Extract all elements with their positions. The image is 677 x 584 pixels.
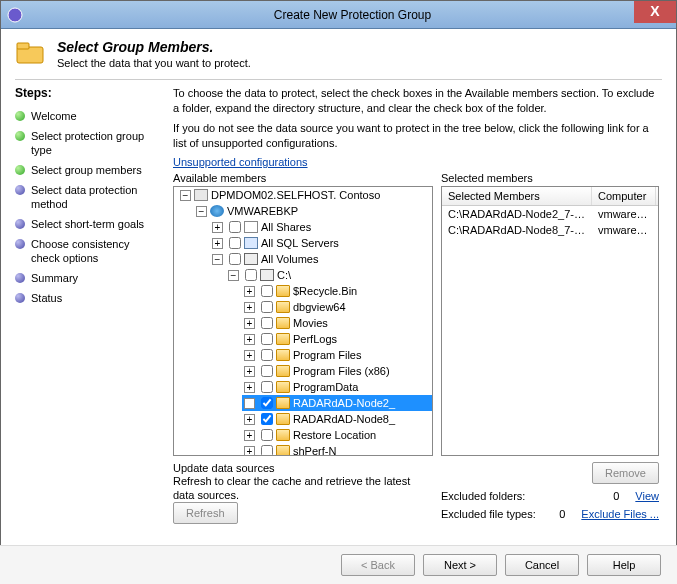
back-button[interactable]: < Back xyxy=(341,554,415,576)
tree-group[interactable]: −All Volumes xyxy=(210,251,432,267)
folder-checkbox[interactable] xyxy=(261,285,273,297)
tree-folder[interactable]: +RADARdAD-Node8_ xyxy=(242,411,432,427)
view-link[interactable]: View xyxy=(635,490,659,502)
folder-checkbox[interactable] xyxy=(261,397,273,409)
expander-icon[interactable]: + xyxy=(244,334,255,345)
unsupported-link[interactable]: Unsupported configurations xyxy=(173,156,308,168)
tree-folder[interactable]: +ProgramData xyxy=(242,379,432,395)
expander-icon[interactable]: + xyxy=(244,318,255,329)
folder-checkbox[interactable] xyxy=(261,349,273,361)
tree-drive[interactable]: −C:\ xyxy=(226,267,432,283)
step-5[interactable]: Choose consistency check options xyxy=(15,234,159,268)
group-checkbox[interactable] xyxy=(229,237,241,249)
available-tree[interactable]: −DPMDOM02.SELFHOST. Contoso−VMWAREBKP+Al… xyxy=(173,186,433,456)
tree-folder[interactable]: +RADARdAD-Node2_ xyxy=(242,395,432,411)
sql-icon xyxy=(244,237,258,249)
expander-icon[interactable]: + xyxy=(244,366,255,377)
expander-icon[interactable]: + xyxy=(212,238,223,249)
cell-member: C:\RADARdAD-Node8_7-26-6-... xyxy=(442,222,592,238)
expander-icon[interactable]: + xyxy=(212,222,223,233)
folder-icon xyxy=(276,445,290,456)
folder-checkbox[interactable] xyxy=(261,365,273,377)
step-label: Welcome xyxy=(31,109,77,123)
tree-folder[interactable]: +Movies xyxy=(242,315,432,331)
expander-icon[interactable]: + xyxy=(244,446,255,457)
folder-icon xyxy=(276,365,290,377)
step-7[interactable]: Status xyxy=(15,288,159,308)
tree-root[interactable]: −DPMDOM02.SELFHOST. Contoso xyxy=(178,187,432,203)
folder-icon xyxy=(276,301,290,313)
selected-list[interactable]: Selected Members Computer C:\RADARdAD-No… xyxy=(441,186,659,456)
folder-icon xyxy=(276,333,290,345)
page-title: Select Group Members. xyxy=(57,39,251,55)
tree-group[interactable]: +All SQL Servers xyxy=(210,235,432,251)
expander-icon[interactable]: + xyxy=(244,302,255,313)
expander-icon[interactable]: + xyxy=(244,398,255,409)
step-2[interactable]: Select group members xyxy=(15,160,159,180)
step-3[interactable]: Select data protection method xyxy=(15,180,159,214)
folder-checkbox[interactable] xyxy=(261,381,273,393)
step-1[interactable]: Select protection group type xyxy=(15,126,159,160)
step-bullet-icon xyxy=(15,219,25,229)
step-bullet-icon xyxy=(15,293,25,303)
expander-icon[interactable]: − xyxy=(196,206,207,217)
tree-folder[interactable]: +Program Files (x86) xyxy=(242,363,432,379)
tree-vmware[interactable]: −VMWAREBKP xyxy=(194,203,432,219)
exclude-files-link[interactable]: Exclude Files ... xyxy=(581,508,659,520)
tree-folder[interactable]: +$Recycle.Bin xyxy=(242,283,432,299)
step-bullet-icon xyxy=(15,165,25,175)
vmware-icon xyxy=(210,205,224,217)
folder-checkbox[interactable] xyxy=(261,429,273,441)
step-4[interactable]: Select short-term goals xyxy=(15,214,159,234)
list-row[interactable]: C:\RADARdAD-Node8_7-26-6-...vmwareb... xyxy=(442,222,658,238)
remove-button[interactable]: Remove xyxy=(592,462,659,484)
selected-label: Selected members xyxy=(441,172,659,184)
folder-checkbox[interactable] xyxy=(261,333,273,345)
folder-checkbox[interactable] xyxy=(261,445,273,456)
tree-folder[interactable]: +shPerf-N xyxy=(242,443,432,456)
folder-checkbox[interactable] xyxy=(261,301,273,313)
col-selected-members[interactable]: Selected Members xyxy=(442,187,592,205)
expander-icon[interactable]: + xyxy=(244,382,255,393)
expander-icon[interactable]: + xyxy=(244,430,255,441)
step-bullet-icon xyxy=(15,273,25,283)
drive-checkbox[interactable] xyxy=(245,269,257,281)
group-checkbox[interactable] xyxy=(229,221,241,233)
tree-group[interactable]: +All Shares xyxy=(210,219,432,235)
tree-folder[interactable]: +PerfLogs xyxy=(242,331,432,347)
page-subtitle: Select the data that you want to protect… xyxy=(57,57,251,69)
tree-folder[interactable]: +Restore Location xyxy=(242,427,432,443)
tree-folder[interactable]: +Program Files xyxy=(242,347,432,363)
folder-icon xyxy=(276,317,290,329)
expander-icon[interactable]: − xyxy=(180,190,191,201)
cell-computer: vmwareb... xyxy=(592,206,656,222)
step-0[interactable]: Welcome xyxy=(15,106,159,126)
next-button[interactable]: Next > xyxy=(423,554,497,576)
list-row[interactable]: C:\RADARdAD-Node2_7-26-6-...vmwareb... xyxy=(442,206,658,222)
description-1: To choose the data to protect, select th… xyxy=(173,86,662,116)
step-label: Choose consistency check options xyxy=(31,237,159,265)
help-button[interactable]: Help xyxy=(587,554,661,576)
wizard-buttons: < Back Next > Cancel Help xyxy=(0,545,677,584)
folder-checkbox[interactable] xyxy=(261,413,273,425)
close-button[interactable]: X xyxy=(634,1,676,23)
col-computer[interactable]: Computer xyxy=(592,187,656,205)
expander-icon[interactable]: − xyxy=(212,254,223,265)
steps-heading: Steps: xyxy=(15,86,159,100)
excluded-folders-count: 0 xyxy=(613,490,619,502)
step-bullet-icon xyxy=(15,131,25,141)
folder-checkbox[interactable] xyxy=(261,317,273,329)
folder-icon xyxy=(276,413,290,425)
step-label: Select short-term goals xyxy=(31,217,144,231)
tree-folder[interactable]: +dbgview64 xyxy=(242,299,432,315)
step-6[interactable]: Summary xyxy=(15,268,159,288)
expander-icon[interactable]: − xyxy=(228,270,239,281)
refresh-button[interactable]: Refresh xyxy=(173,502,238,524)
expander-icon[interactable]: + xyxy=(244,414,255,425)
folder-icon xyxy=(276,285,290,297)
expander-icon[interactable]: + xyxy=(244,286,255,297)
expander-icon[interactable]: + xyxy=(244,350,255,361)
group-checkbox[interactable] xyxy=(229,253,241,265)
excluded-types-count: 0 xyxy=(559,508,565,520)
cancel-button[interactable]: Cancel xyxy=(505,554,579,576)
